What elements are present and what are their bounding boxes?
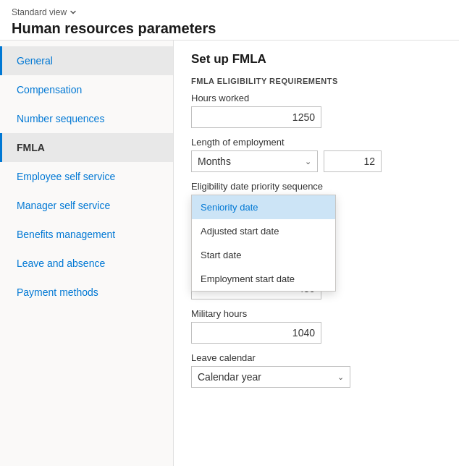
employment-unit-select[interactable]: Months ⌄ — [191, 150, 318, 172]
sidebar-item-general[interactable]: General — [0, 46, 173, 75]
sidebar-item-employee-self-service[interactable]: Employee self service — [0, 162, 173, 191]
employment-unit-chevron: ⌄ — [305, 157, 311, 166]
sidebar-item-manager-self-service[interactable]: Manager self service — [0, 191, 173, 220]
military-hours-label: Military hours — [191, 308, 442, 319]
length-of-employment-group: Length of employment Months ⌄ — [191, 137, 442, 172]
sidebar-item-number-sequences[interactable]: Number sequences — [0, 104, 173, 133]
standard-view-button[interactable]: Standard view — [12, 7, 447, 17]
chevron-down-icon — [70, 9, 77, 16]
leave-calendar-value: Calendar year — [198, 371, 261, 383]
dropdown-item-start-date[interactable]: Start date — [192, 243, 335, 267]
leave-calendar-group: Leave calendar Calendar year ⌄ — [191, 352, 442, 388]
hours-worked-label: Hours worked — [191, 93, 442, 103]
section-title: Set up FMLA — [191, 52, 442, 67]
page-title: Human resources parameters — [12, 20, 447, 37]
dropdown-item-adjusted[interactable]: Adjusted start date — [192, 219, 335, 243]
sidebar-item-payment-methods[interactable]: Payment methods — [0, 278, 173, 307]
length-of-employment-label: Length of employment — [191, 137, 442, 148]
dropdown-item-employment-start[interactable]: Employment start date — [192, 267, 335, 291]
standard-view-label: Standard view — [12, 7, 67, 17]
military-hours-input[interactable] — [191, 322, 321, 344]
hours-worked-input[interactable] — [191, 106, 321, 128]
dropdown-item-seniority[interactable]: Seniority date — [192, 195, 335, 219]
employment-length-input[interactable] — [324, 150, 382, 172]
leave-calendar-select[interactable]: Calendar year ⌄ — [191, 366, 350, 388]
eligibility-section-label: FMLA ELIGIBILITY REQUIREMENTS — [191, 77, 442, 85]
content-area: Set up FMLA FMLA ELIGIBILITY REQUIREMENT… — [174, 41, 459, 466]
sidebar-item-benefits-management[interactable]: Benefits management — [0, 220, 173, 249]
employment-unit-value: Months — [198, 156, 231, 167]
sidebar-item-compensation[interactable]: Compensation — [0, 75, 173, 104]
sidebar: General Compensation Number sequences FM… — [0, 41, 174, 466]
military-hours-group: Military hours — [191, 308, 442, 344]
sidebar-item-fmla[interactable]: FMLA — [0, 133, 173, 162]
priority-dropdown-menu: Seniority date Adjusted start date Start… — [191, 195, 336, 292]
hours-worked-group: Hours worked — [191, 93, 442, 128]
leave-calendar-label: Leave calendar — [191, 352, 442, 363]
eligibility-priority-group: Eligibility date priority sequence Senio… — [191, 181, 442, 237]
sidebar-item-leave-and-absence[interactable]: Leave and absence — [0, 249, 173, 278]
eligibility-priority-label: Eligibility date priority sequence — [191, 181, 442, 192]
leave-calendar-chevron: ⌄ — [337, 373, 344, 382]
